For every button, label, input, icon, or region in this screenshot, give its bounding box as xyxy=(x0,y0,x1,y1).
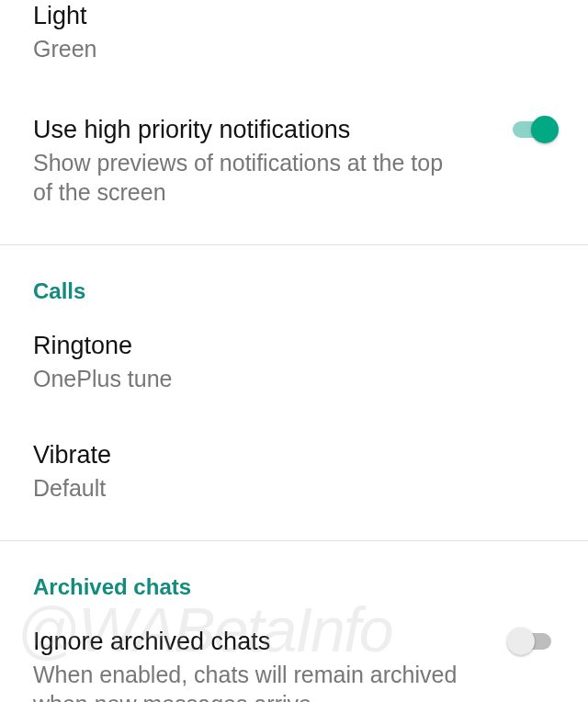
vibrate-title: Vibrate xyxy=(33,439,555,471)
high-priority-subtitle: Show previews of notifications at the to… xyxy=(33,148,465,208)
setting-light[interactable]: Light Green xyxy=(0,0,588,64)
light-value: Green xyxy=(33,34,555,64)
setting-ringtone[interactable]: Ringtone OnePlus tune xyxy=(0,330,588,394)
section-header-calls: Calls xyxy=(0,278,588,304)
setting-ignore-archived[interactable]: Ignore archived chats When enabled, chat… xyxy=(0,626,588,702)
setting-vibrate[interactable]: Vibrate Default xyxy=(0,439,588,504)
high-priority-toggle[interactable] xyxy=(509,119,555,140)
ignore-archived-subtitle: When enabled, chats will remain archived… xyxy=(33,660,474,702)
ringtone-title: Ringtone xyxy=(33,330,555,362)
light-title: Light xyxy=(33,0,555,32)
high-priority-title: Use high priority notifications xyxy=(33,114,491,146)
ignore-archived-toggle[interactable] xyxy=(509,631,555,651)
section-header-archived: Archived chats xyxy=(0,574,588,600)
ignore-archived-title: Ignore archived chats xyxy=(33,626,491,658)
ringtone-value: OnePlus tune xyxy=(33,364,555,394)
setting-high-priority[interactable]: Use high priority notifications Show pre… xyxy=(0,114,588,208)
vibrate-value: Default xyxy=(33,473,555,504)
